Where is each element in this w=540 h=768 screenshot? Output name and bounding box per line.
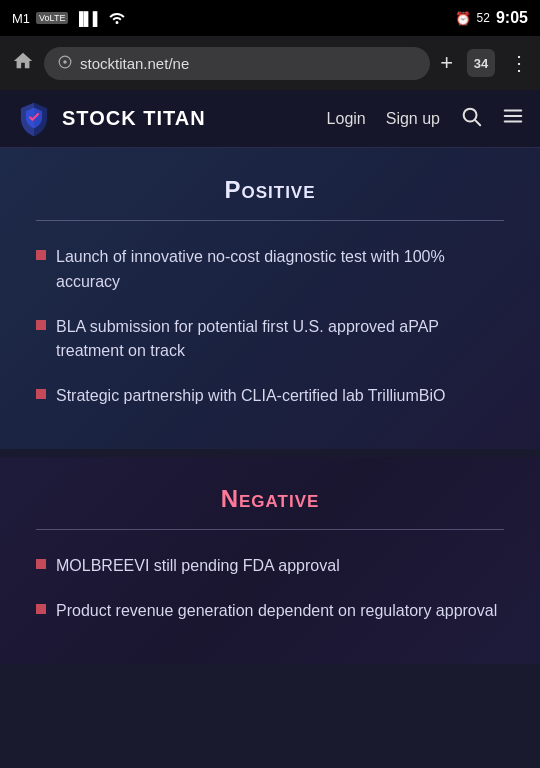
browser-menu-button[interactable]: ⋮ [509, 51, 528, 75]
positive-section: Positive Launch of innovative no-cost di… [0, 148, 540, 449]
signal-icon: ▐▌▌ [74, 11, 102, 26]
carrier-label: M1 [12, 11, 30, 26]
menu-button[interactable] [502, 105, 524, 132]
logo-text: STOCK TITAN [62, 107, 206, 130]
positive-title: Positive [36, 176, 504, 204]
url-bar[interactable]: stocktitan.net/ne [44, 47, 430, 80]
list-item: MOLBREEVI still pending FDA approval [36, 554, 504, 579]
bullet-square-icon [36, 320, 46, 330]
tabs-count-button[interactable]: 34 [467, 49, 495, 77]
list-item: BLA submission for potential first U.S. … [36, 315, 504, 365]
bullet-square-icon [36, 250, 46, 260]
url-text: stocktitan.net/ne [80, 55, 189, 72]
battery-level: 52 [477, 11, 490, 25]
list-item: Product revenue generation dependent on … [36, 599, 504, 624]
status-left: M1 VoLTE ▐▌▌ [12, 10, 126, 27]
status-right: ⏰ 52 9:05 [455, 9, 528, 27]
login-link[interactable]: Login [327, 110, 366, 128]
battery-indicator: 52 [477, 11, 490, 25]
volte-badge: VoLTE [36, 12, 68, 24]
logo-shield-icon [16, 101, 52, 137]
alarm-icon: ⏰ [455, 11, 471, 26]
negative-bullet-2: Product revenue generation dependent on … [56, 599, 497, 624]
list-item: Launch of innovative no-cost diagnostic … [36, 245, 504, 295]
svg-line-3 [475, 120, 480, 125]
new-tab-button[interactable]: + [440, 50, 453, 76]
list-item: Strategic partnership with CLIA-certifie… [36, 384, 504, 409]
bullet-square-icon [36, 559, 46, 569]
time-display: 9:05 [496, 9, 528, 27]
browser-home-button[interactable] [12, 50, 34, 77]
status-bar: M1 VoLTE ▐▌▌ ⏰ 52 9:05 [0, 0, 540, 36]
positive-bullet-1: Launch of innovative no-cost diagnostic … [56, 245, 504, 295]
url-security-icon [58, 55, 72, 72]
search-button[interactable] [460, 105, 482, 132]
positive-bullet-2: BLA submission for potential first U.S. … [56, 315, 504, 365]
negative-section: Negative MOLBREEVI still pending FDA app… [0, 457, 540, 664]
browser-chrome: stocktitan.net/ne + 34 ⋮ [0, 36, 540, 90]
positive-bullet-list: Launch of innovative no-cost diagnostic … [36, 245, 504, 409]
bullet-square-icon [36, 389, 46, 399]
negative-divider [36, 529, 504, 530]
navbar: STOCK TITAN Login Sign up [0, 90, 540, 148]
signup-link[interactable]: Sign up [386, 110, 440, 128]
navbar-logo: STOCK TITAN [16, 101, 327, 137]
positive-bullet-3: Strategic partnership with CLIA-certifie… [56, 384, 445, 409]
main-content: Positive Launch of innovative no-cost di… [0, 148, 540, 664]
svg-point-1 [63, 60, 67, 64]
browser-action-buttons: + 34 ⋮ [440, 49, 528, 77]
navbar-links: Login Sign up [327, 105, 524, 132]
negative-bullet-list: MOLBREEVI still pending FDA approval Pro… [36, 554, 504, 624]
negative-title: Negative [36, 485, 504, 513]
positive-divider [36, 220, 504, 221]
negative-bullet-1: MOLBREEVI still pending FDA approval [56, 554, 340, 579]
bullet-square-icon [36, 604, 46, 614]
wifi-icon [108, 10, 126, 27]
